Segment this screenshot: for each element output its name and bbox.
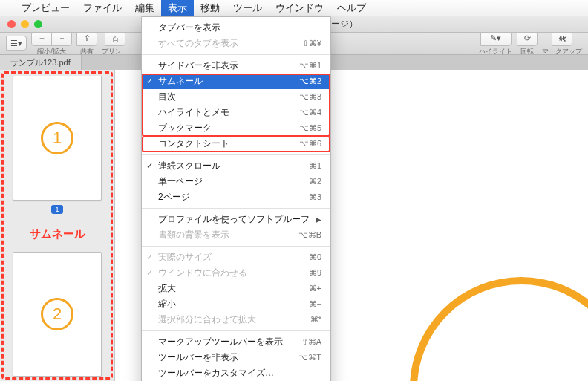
menu-item[interactable]: ブックマーク⌥⌘5 — [142, 120, 330, 136]
menu-shortcut: ⌘2 — [309, 175, 321, 188]
checkmark-icon: ✓ — [146, 267, 153, 279]
checkmark-icon: ✓ — [146, 75, 153, 88]
menu-separator — [142, 246, 330, 247]
traffic-lights — [7, 20, 42, 28]
close-window-icon[interactable] — [7, 20, 16, 28]
menu-item-label: 縮小 — [158, 298, 176, 310]
highlight-icon: ✎▾ — [490, 33, 501, 43]
menu-shortcut: ⌘1 — [309, 160, 321, 172]
sidebar-view-button[interactable]: ☰▾ — [6, 36, 27, 51]
rotate-icon: ⟳ — [524, 33, 531, 43]
menu-item-label: 拡大 — [158, 282, 176, 295]
menu-item-label: コンタクトシート — [158, 137, 229, 150]
menu-item[interactable]: サイドバーを非表示⌥⌘1 — [142, 58, 330, 74]
menu-item[interactable]: プロファイルを使ってソフトプルーフ▶ — [142, 212, 330, 227]
page-number-badge: 1 — [51, 205, 62, 214]
menu-item-label: 目次 — [158, 91, 176, 103]
menu-item[interactable]: ✓サムネール⌥⌘2 — [142, 74, 330, 89]
menu-file[interactable]: ファイル — [76, 0, 128, 17]
menu-item-label: 書類の背景を表示 — [158, 229, 229, 241]
document-content-circle — [410, 277, 588, 381]
menu-item-label: 連続スクロール — [158, 160, 220, 172]
menu-shortcut: ⌥⌘T — [298, 351, 321, 364]
menu-item[interactable]: マークアップツールバーを表示⇧⌘A — [142, 334, 330, 350]
menu-item-label: 2ページ — [158, 191, 190, 203]
menu-separator — [142, 154, 330, 155]
view-menu-dropdown: タブバーを表示すべてのタブを表示⇧⌘¥サイドバーを非表示⌥⌘1✓サムネール⌥⌘2… — [141, 16, 331, 381]
menu-item: 書類の背景を表示⌥⌘B — [142, 227, 330, 243]
menu-shortcut: ⌥⌘2 — [299, 75, 321, 88]
menu-help[interactable]: ヘルプ — [330, 0, 373, 17]
menu-item-label: ツールバーをカスタマイズ… — [158, 367, 274, 380]
toolbar-label-highlight: ハイライト — [479, 47, 512, 56]
menu-edit[interactable]: 編集 — [128, 0, 161, 17]
menu-app[interactable]: プレビュー — [15, 0, 76, 17]
checkmark-icon: ✓ — [146, 251, 153, 264]
menu-shortcut: ⌘− — [309, 298, 321, 310]
menu-item-label: サムネール — [158, 75, 203, 88]
menu-view[interactable]: 表示 — [161, 0, 194, 17]
toolbar-label-markup: マークアップ — [542, 47, 582, 56]
menu-shortcut: ⌥⌘6 — [299, 137, 321, 150]
print-button[interactable]: ⎙ — [105, 31, 125, 46]
menu-item[interactable]: コンタクトシート⌥⌘6 — [142, 136, 330, 152]
circled-number-icon: 2 — [41, 298, 74, 330]
menu-shortcut: ⇧⌘A — [301, 336, 321, 348]
menu-bar: プレビュー ファイル 編集 表示 移動 ツール ウインドウ ヘルプ — [0, 0, 588, 16]
print-icon: ⎙ — [113, 34, 118, 43]
toolbar-label-rotate: 回転 — [520, 47, 534, 56]
menu-item-label: ツールバーを非表示 — [158, 351, 238, 364]
menu-shortcut: ⌥⌘1 — [299, 59, 321, 72]
menu-item-label: サイドバーを非表示 — [158, 59, 238, 72]
page-thumbnail-1[interactable]: 1 — [13, 76, 102, 201]
menu-item-label: プロファイルを使ってソフトプルーフ — [158, 213, 310, 226]
menu-item: 選択部分に合わせて拡大⌘* — [142, 312, 330, 328]
sidebar-icon: ☰▾ — [10, 39, 22, 48]
minimize-window-icon[interactable] — [21, 20, 29, 28]
submenu-arrow-icon: ▶ — [316, 213, 321, 226]
menu-item[interactable]: 縮小⌘− — [142, 296, 330, 312]
page-thumbnail-2[interactable]: 2 — [13, 252, 102, 377]
menu-shortcut: ⇧⌘¥ — [302, 37, 321, 50]
menu-separator — [142, 330, 330, 331]
menu-item-label: すべてのタブを表示 — [158, 37, 238, 50]
menu-item: ✓ウインドウに合わせる⌘9 — [142, 265, 330, 281]
menu-item[interactable]: ツールバーをカスタマイズ… — [142, 365, 330, 381]
menu-item[interactable]: ツールバーを非表示⌥⌘T — [142, 350, 330, 365]
menu-item: すべてのタブを表示⇧⌘¥ — [142, 36, 330, 51]
menu-shortcut: ⌘9 — [309, 267, 321, 279]
zoom-out-button[interactable]: － — [51, 31, 72, 46]
markup-icon: 🛠 — [558, 34, 566, 43]
menu-item-label: 実際のサイズ — [158, 251, 212, 264]
plus-icon: ＋ — [38, 33, 46, 44]
menu-item[interactable]: 単一ページ⌘2 — [142, 174, 330, 189]
menu-item[interactable]: 2ページ⌘3 — [142, 189, 330, 205]
menu-item-label: 単一ページ — [158, 175, 203, 188]
menu-item-label: マークアップツールバーを表示 — [158, 336, 283, 348]
menu-shortcut: ⌥⌘4 — [299, 106, 321, 119]
highlight-button[interactable]: ✎▾ — [480, 31, 512, 46]
menu-tools[interactable]: ツール — [226, 0, 269, 17]
zoom-in-button[interactable]: ＋ — [31, 31, 52, 46]
toolbar-label-print: プリン… — [102, 47, 128, 56]
menu-shortcut: ⌥⌘5 — [299, 122, 321, 134]
maximize-window-icon[interactable] — [34, 20, 42, 28]
menu-window[interactable]: ウインドウ — [269, 0, 330, 17]
menu-shortcut: ⌘+ — [309, 282, 321, 295]
sidebar-annotation-label: サムネール — [30, 227, 85, 241]
menu-item-label: ブックマーク — [158, 122, 212, 134]
menu-go[interactable]: 移動 — [194, 0, 226, 17]
share-button[interactable]: ⇪ — [76, 31, 97, 46]
menu-item[interactable]: ハイライトとメモ⌥⌘4 — [142, 105, 330, 120]
document-tab[interactable]: サンプル123.pdf — [0, 55, 82, 70]
markup-button[interactable]: 🛠 — [552, 31, 572, 46]
thumbnail-sidebar: 1 1 サムネール 2 — [0, 70, 115, 381]
menu-item[interactable]: ✓連続スクロール⌘1 — [142, 158, 330, 174]
menu-item[interactable]: 目次⌥⌘3 — [142, 89, 330, 105]
menu-item[interactable]: 拡大⌘+ — [142, 281, 330, 296]
share-icon: ⇪ — [84, 33, 91, 43]
rotate-button[interactable]: ⟳ — [517, 31, 538, 46]
menu-item[interactable]: タブバーを表示 — [142, 20, 330, 36]
toolbar-label-share: 共有 — [80, 47, 94, 56]
menu-separator — [142, 54, 330, 55]
